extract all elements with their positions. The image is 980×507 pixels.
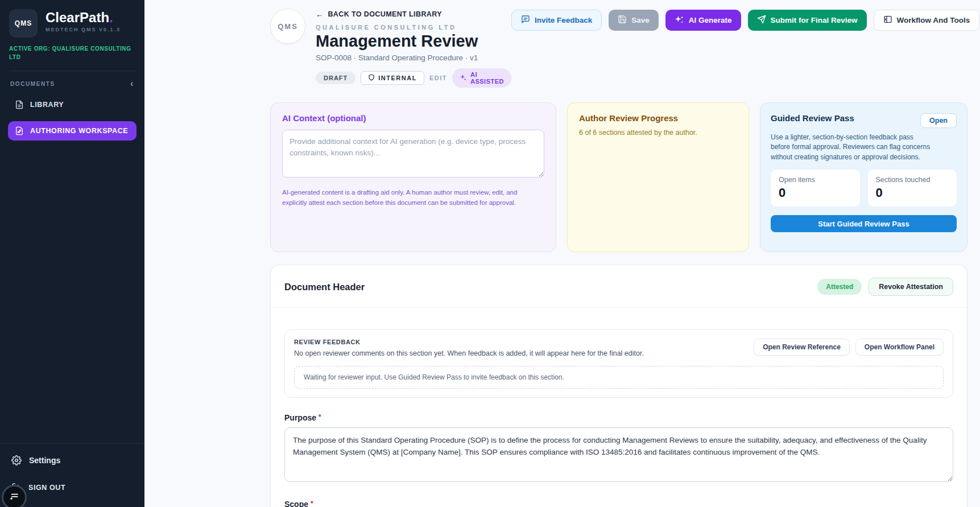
visibility-badge-internal: INTERNAL <box>361 71 424 85</box>
section-title: Document Header <box>284 282 365 292</box>
guided-review-pass-card: Guided Review Pass Open Use a lighter, s… <box>760 102 967 252</box>
save-button[interactable]: Save <box>609 10 659 31</box>
attested-badge: Attested <box>817 279 862 295</box>
gear-icon <box>11 455 22 465</box>
edit-document-icon <box>15 126 24 135</box>
send-icon <box>757 15 766 26</box>
workflow-and-tools-label: Workflow And Tools <box>897 16 970 24</box>
collapse-chevron-icon[interactable]: ‹ <box>130 79 134 88</box>
ai-context-title: AI Context (optional) <box>282 113 544 123</box>
back-link-label: BACK TO DOCUMENT LIBRARY <box>328 10 442 18</box>
ai-disclaimer-text: AI-generated content is a drafting aid o… <box>282 188 523 208</box>
sections-touched-label: Sections touched <box>876 176 949 184</box>
list-lines-icon <box>9 490 20 504</box>
qms-logo-text: QMS <box>15 19 32 27</box>
sidebar-item-label: AUTHORING WORKSPACE <box>30 127 128 135</box>
ai-context-card: AI Context (optional) AI-generated conte… <box>270 102 556 252</box>
visibility-badge-label: INTERNAL <box>378 75 417 81</box>
back-to-library-link[interactable]: ← BACK TO DOCUMENT LIBRARY <box>316 10 442 19</box>
purpose-label: Purpose* <box>284 413 953 422</box>
submit-final-review-label: Submit for Final Review <box>771 16 858 24</box>
author-progress-status: 6 of 6 sections attested by the author. <box>579 129 737 137</box>
review-feedback-box: REVIEW FEEDBACK No open reviewer comment… <box>284 329 953 398</box>
scope-label: Scope* <box>284 500 953 507</box>
open-items-value: 0 <box>779 186 852 200</box>
document-avatar-text: QMS <box>278 22 298 31</box>
submit-final-review-button[interactable]: Submit for Final Review <box>748 10 867 31</box>
required-marker: * <box>311 500 313 507</box>
main-area: QMS ← BACK TO DOCUMENT LIBRARY QUALISURE… <box>144 0 980 507</box>
sidebar: QMS ClearPath. MEDTECH QMS V0.1.3 ACTIVE… <box>0 0 144 507</box>
revoke-attestation-button[interactable]: Revoke Attestation <box>869 278 953 296</box>
purpose-input[interactable]: The purpose of this Standard Operating P… <box>284 427 953 482</box>
brand-name: ClearPath. <box>46 10 121 25</box>
guided-review-description: Use a lighter, section-by-section feedba… <box>771 133 934 162</box>
sparkles-icon <box>675 15 684 26</box>
invite-feedback-button[interactable]: Invite Feedback <box>511 10 602 31</box>
org-name: QUALISURE CONSULTING LTD <box>316 24 511 31</box>
page-title: Management Review <box>316 32 511 51</box>
panel-icon <box>883 15 892 26</box>
brand-dot: . <box>109 10 113 25</box>
shield-icon <box>368 74 375 82</box>
sign-out-button[interactable]: SIGN OUT <box>11 483 133 492</box>
back-arrow-icon: ← <box>316 10 324 19</box>
sidebar-item-library[interactable]: LIBRARY <box>8 95 137 114</box>
open-items-stat: Open items 0 <box>771 170 860 207</box>
sections-touched-value: 0 <box>876 186 949 200</box>
scope-field: Scope* This SOP applies to all personnel… <box>284 500 953 507</box>
invite-feedback-label: Invite Feedback <box>535 16 592 24</box>
settings-label: Settings <box>29 456 60 465</box>
ai-assisted-badge: AI ASSISTED <box>452 68 511 88</box>
floating-widget-button[interactable] <box>2 485 27 507</box>
required-marker: * <box>319 413 321 421</box>
start-guided-review-button[interactable]: Start Guided Review Pass <box>771 215 957 232</box>
sidebar-item-authoring-workspace[interactable]: AUTHORING WORKSPACE <box>8 121 137 141</box>
save-icon <box>618 15 627 26</box>
doc-subtitle: SOP-0008 · Standard Operating Procedure … <box>316 53 511 62</box>
workflow-and-tools-button[interactable]: Workflow And Tools <box>874 10 980 31</box>
guided-review-open-button[interactable]: Open <box>920 113 957 128</box>
review-feedback-title: REVIEW FEEDBACK <box>294 339 644 345</box>
waiting-for-reviewer-note: Waiting for reviewer input. Use Guided R… <box>294 366 944 389</box>
sidebar-item-label: LIBRARY <box>30 101 64 109</box>
open-workflow-panel-button[interactable]: Open Workflow Panel <box>855 339 944 356</box>
ai-generate-button[interactable]: AI Generate <box>665 10 741 31</box>
mode-badge-edit: EDIT <box>429 75 447 81</box>
comment-icon <box>521 15 530 26</box>
ai-assisted-badge-label: AI ASSISTED <box>470 71 504 85</box>
badges-row: DRAFT INTERNAL EDIT AI ASSISTED <box>316 68 511 88</box>
document-icon <box>15 100 24 109</box>
ai-generate-label: AI Generate <box>689 16 732 24</box>
active-org-label: ACTIVE ORG: QUALISURE CONSULTING LTD <box>9 44 135 61</box>
status-badge-draft: DRAFT <box>316 72 355 84</box>
sections-touched-stat: Sections touched 0 <box>868 170 957 207</box>
brand: QMS ClearPath. MEDTECH QMS V0.1.3 <box>9 9 135 38</box>
open-review-reference-button[interactable]: Open Review Reference <box>754 339 850 356</box>
author-review-progress-card: Author Review Progress 6 of 6 sections a… <box>567 102 749 252</box>
review-feedback-description: No open reviewer comments on this sectio… <box>294 349 644 357</box>
author-progress-title: Author Review Progress <box>579 113 737 123</box>
sign-out-label: SIGN OUT <box>28 484 65 492</box>
save-label: Save <box>631 16 650 24</box>
open-items-label: Open items <box>779 176 852 184</box>
settings-button[interactable]: Settings <box>11 455 133 465</box>
purpose-field: Purpose* The purpose of this Standard Op… <box>284 413 953 484</box>
sparkle-icon <box>460 74 467 83</box>
documents-section-label: DOCUMENTS <box>10 81 55 87</box>
brand-version: MEDTECH QMS V0.1.3 <box>46 27 121 32</box>
ai-context-input[interactable] <box>282 130 544 178</box>
guided-review-title: Guided Review Pass <box>771 113 854 123</box>
document-section-card: Document Header Attested Revoke Attestat… <box>270 265 967 507</box>
documents-section-heading: DOCUMENTS ‹ <box>8 79 137 88</box>
header-actions: Invite Feedback Save AI Generate <box>511 10 979 31</box>
document-avatar: QMS <box>270 9 305 44</box>
qms-logo: QMS <box>9 9 38 38</box>
